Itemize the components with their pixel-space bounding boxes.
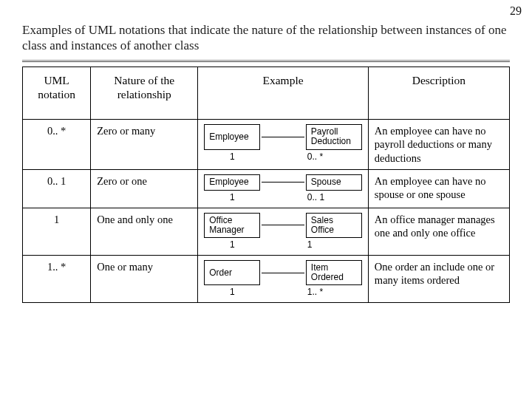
cell-example: Office Manager Sales Office 1 1 [198, 208, 369, 255]
slide-title: Examples of UML notations that indicate … [22, 22, 510, 54]
uml-mult-left: 1 [204, 151, 260, 163]
title-rule [22, 60, 510, 62]
uml-class-left: Employee [204, 124, 260, 149]
header-nature: Nature of the relationship [91, 66, 198, 120]
cell-description: One order an include one or many items o… [368, 256, 509, 303]
cell-description: An employee can have no spouse or one sp… [368, 169, 509, 208]
uml-mult-right: 1 [306, 239, 362, 250]
cell-description: An office manager manages one and only o… [368, 208, 509, 255]
cell-nature: Zero or many [91, 120, 198, 169]
uml-association-line [262, 137, 304, 137]
uml-mult-left: 1 [204, 192, 260, 203]
uml-class-left: Employee [204, 174, 260, 191]
cell-notation: 0.. 1 [23, 169, 91, 208]
cell-example: Order Item Ordered 1 1.. * [198, 256, 369, 303]
uml-mult-right: 0.. * [306, 151, 362, 163]
table-row: 1.. * One or many Order Item Ordered 1 1… [23, 256, 510, 303]
page-number: 29 [510, 4, 522, 18]
uml-association-line [262, 225, 304, 225]
cell-notation: 0.. * [23, 120, 91, 169]
uml-mult-right: 1.. * [306, 287, 362, 298]
cell-nature: One or many [91, 256, 198, 303]
cell-notation: 1.. * [23, 256, 91, 303]
uml-mult-left: 1 [204, 239, 260, 250]
table-header-row: UML notation Nature of the relationship … [23, 66, 510, 120]
uml-association-line [262, 182, 304, 183]
uml-mult-left: 1 [204, 287, 260, 298]
table-row: 1 One and only one Office Manager Sales … [23, 208, 510, 255]
uml-class-right: Item Ordered [306, 260, 362, 285]
uml-notation-table: UML notation Nature of the relationship … [22, 66, 510, 304]
header-notation: UML notation [23, 66, 91, 120]
uml-class-right: Spouse [306, 174, 362, 191]
header-description: Description [368, 66, 509, 120]
cell-example: Employee Payroll Deduction 1 0.. * [198, 120, 369, 169]
cell-nature: One and only one [91, 208, 198, 255]
cell-notation: 1 [23, 208, 91, 255]
cell-description: An employee can have no payroll deductio… [368, 120, 509, 169]
uml-class-right: Sales Office [306, 213, 362, 238]
uml-association-line [262, 273, 304, 273]
cell-nature: Zero or one [91, 169, 198, 208]
table-row: 0.. * Zero or many Employee Payroll Dedu… [23, 120, 510, 169]
uml-class-left: Order [204, 260, 260, 285]
uml-class-left: Office Manager [204, 213, 260, 238]
uml-mult-right: 0.. 1 [306, 192, 362, 203]
cell-example: Employee Spouse 1 0.. 1 [198, 169, 369, 208]
uml-class-right: Payroll Deduction [306, 124, 362, 149]
table-row: 0.. 1 Zero or one Employee Spouse 1 0.. … [23, 169, 510, 208]
header-example: Example [198, 66, 369, 120]
